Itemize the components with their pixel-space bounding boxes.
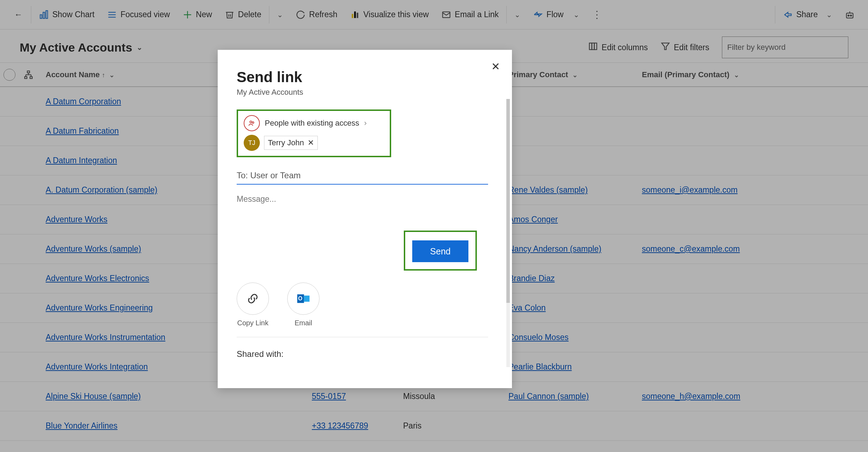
dialog-scrollbar[interactable]: [506, 99, 510, 367]
send-label: Send: [430, 246, 451, 257]
link-icon: [237, 282, 269, 315]
chevron-right-icon: ›: [364, 119, 367, 128]
send-button[interactable]: Send: [412, 240, 468, 262]
to-user-input[interactable]: To: User or Team: [237, 171, 488, 185]
dialog-subtitle: My Active Accounts: [237, 88, 491, 97]
message-input[interactable]: Message...: [237, 194, 491, 204]
remove-user-button[interactable]: ✕: [308, 138, 314, 147]
access-selector[interactable]: People with existing access ›: [244, 115, 384, 131]
svg-rect-30: [304, 295, 310, 302]
email-button[interactable]: O Email: [287, 282, 320, 327]
svg-text:O: O: [298, 295, 302, 301]
svg-point-27: [250, 121, 252, 123]
to-placeholder: To: User or Team: [237, 171, 301, 180]
shared-with-label: Shared with:: [237, 349, 491, 359]
send-link-dialog: ✕ Send link My Active Accounts People wi…: [218, 50, 512, 388]
close-button[interactable]: ✕: [491, 60, 500, 73]
people-icon: [244, 115, 260, 131]
outlook-icon: O: [287, 282, 320, 315]
send-highlight: Send: [404, 231, 477, 271]
user-avatar: TJ: [244, 135, 260, 151]
access-label: People with existing access: [265, 119, 359, 128]
copy-link-label: Copy Link: [237, 319, 269, 327]
dialog-title: Send link: [237, 69, 491, 86]
copy-link-button[interactable]: Copy Link: [237, 282, 269, 327]
message-placeholder: Message...: [237, 194, 276, 204]
email-label: Email: [295, 319, 312, 327]
access-highlight: People with existing access › TJ Terry J…: [237, 109, 391, 157]
user-name-label: Terry John: [268, 138, 304, 147]
selected-user-chip: TJ Terry John ✕: [244, 135, 384, 151]
svg-point-28: [252, 122, 254, 124]
